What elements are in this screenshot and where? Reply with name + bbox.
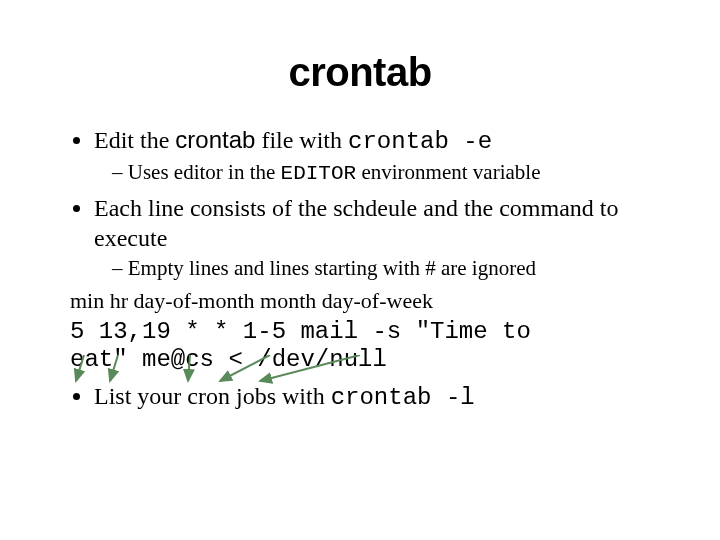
text: List your cron jobs with [94, 383, 331, 409]
cron-field-labels: min hr day-of-month month day-of-week [70, 288, 650, 314]
text-mono: crontab -e [348, 128, 492, 155]
bullet-2-sub: Empty lines and lines starting with # ar… [112, 255, 650, 281]
field-month: month [260, 288, 316, 314]
bullet-list-2: List your cron jobs with crontab -l [70, 381, 650, 413]
field-dom: day-of-month [134, 288, 255, 314]
code-line-1: 5 13,19 * * 1-5 mail -s "Time to [70, 318, 531, 345]
text: file with [255, 127, 348, 153]
text: Each line consists of the schdeule and t… [94, 195, 619, 251]
bullet-1: Edit the crontab file with crontab -e Us… [94, 125, 650, 187]
text: environment variable [356, 160, 540, 184]
cron-example-code: 5 13,19 * * 1-5 mail -s "Time to eat" me… [70, 318, 650, 376]
text: Edit the [94, 127, 175, 153]
field-min: min [70, 288, 104, 314]
bullet-3: List your cron jobs with crontab -l [94, 381, 650, 413]
bullet-2: Each line consists of the schdeule and t… [94, 193, 650, 281]
field-hr: hr [110, 288, 128, 314]
code-line-2: eat" me@cs < /dev/null [70, 346, 387, 373]
text: Uses editor in the [128, 160, 281, 184]
slide-title: crontab [70, 50, 650, 95]
text: Empty lines and lines starting with # ar… [128, 256, 536, 280]
text-sans: crontab [175, 126, 255, 153]
bullet-1-sub: Uses editor in the EDITOR environment va… [112, 159, 650, 187]
text-mono: crontab -l [331, 384, 475, 411]
bullet-list: Edit the crontab file with crontab -e Us… [70, 125, 650, 282]
text-mono: EDITOR [281, 162, 357, 185]
field-dow: day-of-week [322, 288, 433, 314]
